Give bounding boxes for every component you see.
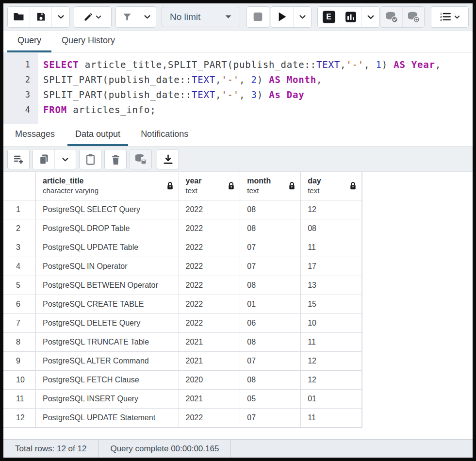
- save-data-changes-button[interactable]: [130, 149, 151, 169]
- copy-menu-button[interactable]: [54, 149, 76, 169]
- row-number[interactable]: 2: [3, 219, 36, 238]
- cell-year[interactable]: 2022: [179, 276, 241, 295]
- cell-day[interactable]: 12: [301, 371, 362, 389]
- cell-year[interactable]: 2022: [179, 295, 241, 313]
- cell-day[interactable]: 11: [301, 333, 362, 351]
- cell-day[interactable]: 15: [301, 295, 362, 313]
- explain-button[interactable]: E: [318, 7, 340, 27]
- cell-month[interactable]: 08: [240, 276, 301, 295]
- macros-button[interactable]: 1 2 3: [431, 7, 468, 27]
- rollback-button[interactable]: [402, 7, 424, 27]
- delete-row-button[interactable]: [105, 149, 126, 169]
- cell-month[interactable]: 07: [240, 352, 301, 370]
- cell-article_title[interactable]: PostgreSQL CREATE TABLE: [36, 295, 179, 313]
- cell-month[interactable]: 07: [240, 238, 301, 257]
- row-number[interactable]: 3: [3, 238, 36, 257]
- tab-notifications[interactable]: Notifications: [133, 124, 196, 146]
- save-file-button[interactable]: [30, 7, 51, 27]
- cell-day[interactable]: 08: [301, 219, 362, 238]
- add-row-button[interactable]: [8, 149, 29, 169]
- cell-year[interactable]: 2022: [179, 409, 241, 427]
- cell-month[interactable]: 01: [240, 295, 301, 313]
- copy-button[interactable]: [33, 149, 54, 169]
- cancel-query-button[interactable]: [247, 7, 269, 27]
- column-header-day[interactable]: daytext: [301, 172, 362, 200]
- cell-day[interactable]: 17: [301, 257, 362, 276]
- cell-month[interactable]: 07: [240, 257, 301, 276]
- cell-year[interactable]: 2021: [179, 390, 241, 408]
- cell-year[interactable]: 2021: [179, 352, 241, 370]
- paste-button[interactable]: [80, 149, 101, 169]
- save-menu-button[interactable]: [51, 7, 69, 27]
- row-number[interactable]: 4: [3, 257, 36, 276]
- cell-article_title[interactable]: PostgreSQL BETWEEN Operator: [36, 276, 179, 295]
- tab-data-output[interactable]: Data output: [67, 124, 128, 146]
- cell-article_title[interactable]: PostgreSQL FETCH Clause: [36, 371, 179, 389]
- column-header-year[interactable]: yeartext: [179, 172, 241, 200]
- column-header-month[interactable]: monthtext: [240, 172, 301, 200]
- column-header-article_title[interactable]: article_titlecharacter varying: [36, 172, 179, 200]
- tab-messages[interactable]: Messages: [7, 124, 63, 146]
- cell-month[interactable]: 06: [240, 314, 301, 332]
- filter-menu-button[interactable]: [138, 7, 156, 27]
- row-limit-dropdown[interactable]: No limit: [162, 7, 240, 27]
- cell-day[interactable]: 12: [301, 352, 362, 370]
- cell-article_title[interactable]: PostgreSQL DROP Table: [36, 219, 179, 238]
- cell-article_title[interactable]: PostgreSQL DELETE Query: [36, 314, 179, 332]
- cell-month[interactable]: 08: [240, 333, 301, 351]
- download-csv-button[interactable]: [157, 149, 179, 169]
- cell-month[interactable]: 07: [240, 409, 301, 427]
- row-number[interactable]: 1: [3, 200, 36, 219]
- cell-day[interactable]: 13: [301, 276, 362, 295]
- cell-year[interactable]: 2022: [179, 314, 241, 332]
- row-number[interactable]: 8: [3, 333, 36, 351]
- cell-month[interactable]: 08: [240, 200, 301, 219]
- cell-year[interactable]: 2022: [179, 200, 241, 219]
- filter-button[interactable]: [116, 7, 138, 27]
- commit-button[interactable]: [380, 7, 402, 27]
- play-icon: [278, 12, 287, 22]
- cell-year[interactable]: 2022: [179, 238, 241, 257]
- row-number[interactable]: 10: [3, 371, 36, 389]
- cell-article_title[interactable]: PostgreSQL TRUNCATE Table: [36, 333, 179, 351]
- row-number[interactable]: 6: [3, 295, 36, 313]
- edit-menu-button[interactable]: [74, 7, 111, 27]
- row-number[interactable]: 11: [3, 390, 36, 408]
- cell-article_title[interactable]: PostgreSQL UPDATE Table: [36, 238, 179, 257]
- cell-day[interactable]: 11: [301, 409, 362, 427]
- grid-header-row: article_titlecharacter varying yeartext …: [3, 172, 362, 200]
- execute-menu-button[interactable]: [293, 7, 311, 27]
- cell-year[interactable]: 2022: [179, 257, 241, 276]
- cell-day[interactable]: 11: [301, 238, 362, 257]
- db-check-icon: [385, 11, 398, 23]
- open-file-button[interactable]: [8, 7, 30, 27]
- sql-editor[interactable]: 1234 SELECT article_title,SPLIT_PART(pub…: [3, 53, 473, 124]
- cell-day[interactable]: 01: [301, 390, 362, 408]
- row-number[interactable]: 12: [3, 409, 36, 427]
- cell-year[interactable]: 2020: [179, 371, 241, 389]
- row-number[interactable]: 9: [3, 352, 36, 370]
- cell-article_title[interactable]: PostgreSQL SELECT Query: [36, 200, 179, 219]
- cell-year[interactable]: 2022: [179, 219, 241, 238]
- cell-month[interactable]: 05: [240, 390, 301, 408]
- row-number[interactable]: 7: [3, 314, 36, 332]
- cell-article_title[interactable]: PostgreSQL UPDATE Statement: [36, 409, 179, 427]
- cell-day[interactable]: 10: [301, 314, 362, 332]
- copy-icon: [39, 154, 49, 165]
- cell-month[interactable]: 08: [240, 219, 301, 238]
- execute-query-button[interactable]: [271, 7, 293, 27]
- explain-analyze-button[interactable]: [340, 7, 361, 27]
- row-number[interactable]: 5: [3, 276, 36, 295]
- cell-article_title[interactable]: PostgreSQL ALTER Command: [36, 352, 179, 370]
- cell-article_title[interactable]: PostgreSQL IN Operator: [36, 257, 179, 276]
- cell-article_title[interactable]: PostgreSQL INSERT Query: [36, 390, 179, 408]
- grid-corner-cell[interactable]: [3, 172, 36, 200]
- explain-menu-button[interactable]: [361, 7, 379, 27]
- chevron-down-icon: [298, 13, 307, 21]
- cell-year[interactable]: 2021: [179, 333, 241, 351]
- editor-code[interactable]: SELECT article_title,SPLIT_PART(publish_…: [38, 53, 473, 124]
- tab-query[interactable]: Query: [7, 31, 51, 52]
- cell-day[interactable]: 12: [301, 200, 362, 219]
- cell-month[interactable]: 08: [240, 371, 301, 389]
- tab-query-history[interactable]: Query History: [51, 31, 125, 52]
